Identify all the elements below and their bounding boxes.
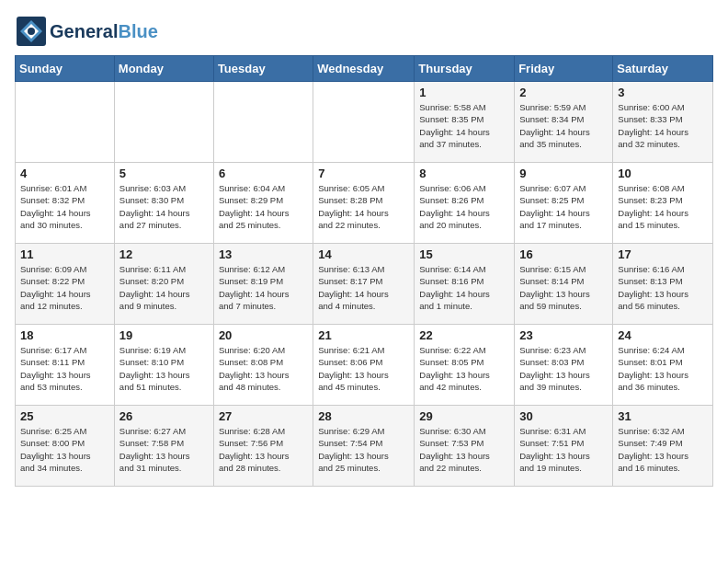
day-info: Sunrise: 6:07 AM Sunset: 8:25 PM Dayligh… — [519, 182, 608, 231]
day-info: Sunrise: 6:31 AM Sunset: 7:51 PM Dayligh… — [519, 425, 608, 474]
day-info: Sunrise: 6:06 AM Sunset: 8:26 PM Dayligh… — [419, 182, 509, 231]
day-info: Sunrise: 6:12 AM Sunset: 8:19 PM Dayligh… — [219, 263, 308, 312]
day-cell: 13Sunrise: 6:12 AM Sunset: 8:19 PM Dayli… — [213, 244, 313, 325]
week-row-2: 4Sunrise: 6:01 AM Sunset: 8:32 PM Daylig… — [16, 163, 713, 244]
day-number: 7 — [318, 167, 409, 180]
weekday-header-tuesday: Tuesday — [213, 56, 313, 82]
day-cell: 12Sunrise: 6:11 AM Sunset: 8:20 PM Dayli… — [114, 244, 213, 325]
weekday-header-thursday: Thursday — [415, 56, 515, 82]
day-info: Sunrise: 6:04 AM Sunset: 8:29 PM Dayligh… — [219, 182, 308, 231]
day-number: 11 — [20, 247, 109, 261]
day-info: Sunrise: 6:22 AM Sunset: 8:05 PM Dayligh… — [419, 344, 509, 393]
day-info: Sunrise: 6:01 AM Sunset: 8:32 PM Dayligh… — [20, 182, 109, 231]
day-cell: 24Sunrise: 6:24 AM Sunset: 8:01 PM Dayli… — [613, 325, 713, 406]
day-info: Sunrise: 6:19 AM Sunset: 8:10 PM Dayligh… — [119, 344, 209, 393]
day-cell: 10Sunrise: 6:08 AM Sunset: 8:23 PM Dayli… — [613, 163, 713, 244]
week-row-5: 25Sunrise: 6:25 AM Sunset: 8:00 PM Dayli… — [16, 406, 713, 487]
day-number: 18 — [20, 328, 109, 342]
day-number: 8 — [419, 167, 509, 180]
week-row-3: 11Sunrise: 6:09 AM Sunset: 8:22 PM Dayli… — [16, 244, 713, 325]
day-cell: 1Sunrise: 5:58 AM Sunset: 8:35 PM Daylig… — [415, 82, 515, 163]
day-number: 25 — [20, 409, 109, 423]
week-row-1: 1Sunrise: 5:58 AM Sunset: 8:35 PM Daylig… — [16, 82, 713, 163]
calendar-table: SundayMondayTuesdayWednesdayThursdayFrid… — [15, 55, 713, 487]
day-cell: 31Sunrise: 6:32 AM Sunset: 7:49 PM Dayli… — [613, 406, 713, 487]
day-cell: 11Sunrise: 6:09 AM Sunset: 8:22 PM Dayli… — [16, 244, 115, 325]
day-cell: 19Sunrise: 6:19 AM Sunset: 8:10 PM Dayli… — [114, 325, 213, 406]
day-number: 26 — [119, 409, 209, 423]
day-cell: 18Sunrise: 6:17 AM Sunset: 8:11 PM Dayli… — [16, 325, 115, 406]
day-number: 4 — [20, 167, 109, 180]
weekday-header-saturday: Saturday — [613, 56, 713, 82]
day-cell: 20Sunrise: 6:20 AM Sunset: 8:08 PM Dayli… — [213, 325, 313, 406]
day-info: Sunrise: 6:17 AM Sunset: 8:11 PM Dayligh… — [20, 344, 109, 393]
day-cell — [213, 82, 313, 163]
day-info: Sunrise: 6:14 AM Sunset: 8:16 PM Dayligh… — [419, 263, 509, 312]
day-number: 31 — [618, 409, 708, 423]
day-number: 14 — [318, 247, 409, 261]
day-info: Sunrise: 6:16 AM Sunset: 8:13 PM Dayligh… — [618, 263, 708, 312]
day-info: Sunrise: 6:03 AM Sunset: 8:30 PM Dayligh… — [119, 182, 209, 231]
day-cell: 17Sunrise: 6:16 AM Sunset: 8:13 PM Dayli… — [613, 244, 713, 325]
day-info: Sunrise: 6:25 AM Sunset: 8:00 PM Dayligh… — [20, 425, 109, 474]
day-cell: 8Sunrise: 6:06 AM Sunset: 8:26 PM Daylig… — [415, 163, 515, 244]
day-number: 19 — [119, 328, 209, 342]
weekday-header-friday: Friday — [515, 56, 613, 82]
day-info: Sunrise: 6:23 AM Sunset: 8:03 PM Dayligh… — [519, 344, 608, 393]
day-info: Sunrise: 6:15 AM Sunset: 8:14 PM Dayligh… — [519, 263, 608, 312]
day-number: 23 — [519, 328, 608, 342]
day-cell — [313, 82, 415, 163]
day-info: Sunrise: 6:13 AM Sunset: 8:17 PM Dayligh… — [318, 263, 409, 312]
day-number: 15 — [419, 247, 509, 261]
day-cell: 23Sunrise: 6:23 AM Sunset: 8:03 PM Dayli… — [515, 325, 613, 406]
day-cell: 3Sunrise: 6:00 AM Sunset: 8:33 PM Daylig… — [613, 82, 713, 163]
day-cell: 5Sunrise: 6:03 AM Sunset: 8:30 PM Daylig… — [114, 163, 213, 244]
day-info: Sunrise: 6:11 AM Sunset: 8:20 PM Dayligh… — [119, 263, 209, 312]
weekday-header-row: SundayMondayTuesdayWednesdayThursdayFrid… — [16, 56, 713, 82]
day-info: Sunrise: 6:05 AM Sunset: 8:28 PM Dayligh… — [318, 182, 409, 231]
day-cell: 25Sunrise: 6:25 AM Sunset: 8:00 PM Dayli… — [16, 406, 115, 487]
day-info: Sunrise: 6:24 AM Sunset: 8:01 PM Dayligh… — [618, 344, 708, 393]
day-cell: 28Sunrise: 6:29 AM Sunset: 7:54 PM Dayli… — [313, 406, 415, 487]
day-cell: 29Sunrise: 6:30 AM Sunset: 7:53 PM Dayli… — [415, 406, 515, 487]
logo: GeneralBlue — [15, 15, 158, 48]
day-number: 20 — [219, 328, 308, 342]
svg-point-3 — [28, 28, 35, 35]
day-info: Sunrise: 6:20 AM Sunset: 8:08 PM Dayligh… — [219, 344, 308, 393]
day-cell: 22Sunrise: 6:22 AM Sunset: 8:05 PM Dayli… — [415, 325, 515, 406]
day-number: 16 — [519, 247, 608, 261]
day-number: 22 — [419, 328, 509, 342]
page-header: GeneralBlue — [15, 15, 713, 48]
day-number: 6 — [219, 167, 308, 180]
day-info: Sunrise: 6:27 AM Sunset: 7:58 PM Dayligh… — [119, 425, 209, 474]
day-info: Sunrise: 6:21 AM Sunset: 8:06 PM Dayligh… — [318, 344, 409, 393]
day-info: Sunrise: 6:08 AM Sunset: 8:23 PM Dayligh… — [618, 182, 708, 231]
day-cell: 27Sunrise: 6:28 AM Sunset: 7:56 PM Dayli… — [213, 406, 313, 487]
weekday-header-sunday: Sunday — [16, 56, 115, 82]
day-cell — [114, 82, 213, 163]
day-cell — [16, 82, 115, 163]
day-cell: 26Sunrise: 6:27 AM Sunset: 7:58 PM Dayli… — [114, 406, 213, 487]
day-cell: 6Sunrise: 6:04 AM Sunset: 8:29 PM Daylig… — [213, 163, 313, 244]
day-cell: 14Sunrise: 6:13 AM Sunset: 8:17 PM Dayli… — [313, 244, 415, 325]
day-info: Sunrise: 6:30 AM Sunset: 7:53 PM Dayligh… — [419, 425, 509, 474]
day-number: 3 — [618, 86, 708, 99]
day-number: 17 — [618, 247, 708, 261]
day-number: 10 — [618, 167, 708, 180]
week-row-4: 18Sunrise: 6:17 AM Sunset: 8:11 PM Dayli… — [16, 325, 713, 406]
day-cell: 15Sunrise: 6:14 AM Sunset: 8:16 PM Dayli… — [415, 244, 515, 325]
day-number: 29 — [419, 409, 509, 423]
day-info: Sunrise: 6:32 AM Sunset: 7:49 PM Dayligh… — [618, 425, 708, 474]
day-number: 9 — [519, 167, 608, 180]
day-cell: 16Sunrise: 6:15 AM Sunset: 8:14 PM Dayli… — [515, 244, 613, 325]
day-cell: 2Sunrise: 5:59 AM Sunset: 8:34 PM Daylig… — [515, 82, 613, 163]
day-info: Sunrise: 6:00 AM Sunset: 8:33 PM Dayligh… — [618, 101, 708, 150]
day-cell: 30Sunrise: 6:31 AM Sunset: 7:51 PM Dayli… — [515, 406, 613, 487]
day-number: 27 — [219, 409, 308, 423]
day-cell: 21Sunrise: 6:21 AM Sunset: 8:06 PM Dayli… — [313, 325, 415, 406]
day-cell: 9Sunrise: 6:07 AM Sunset: 8:25 PM Daylig… — [515, 163, 613, 244]
weekday-header-wednesday: Wednesday — [313, 56, 415, 82]
day-info: Sunrise: 6:29 AM Sunset: 7:54 PM Dayligh… — [318, 425, 409, 474]
day-info: Sunrise: 6:09 AM Sunset: 8:22 PM Dayligh… — [20, 263, 109, 312]
day-cell: 4Sunrise: 6:01 AM Sunset: 8:32 PM Daylig… — [16, 163, 115, 244]
